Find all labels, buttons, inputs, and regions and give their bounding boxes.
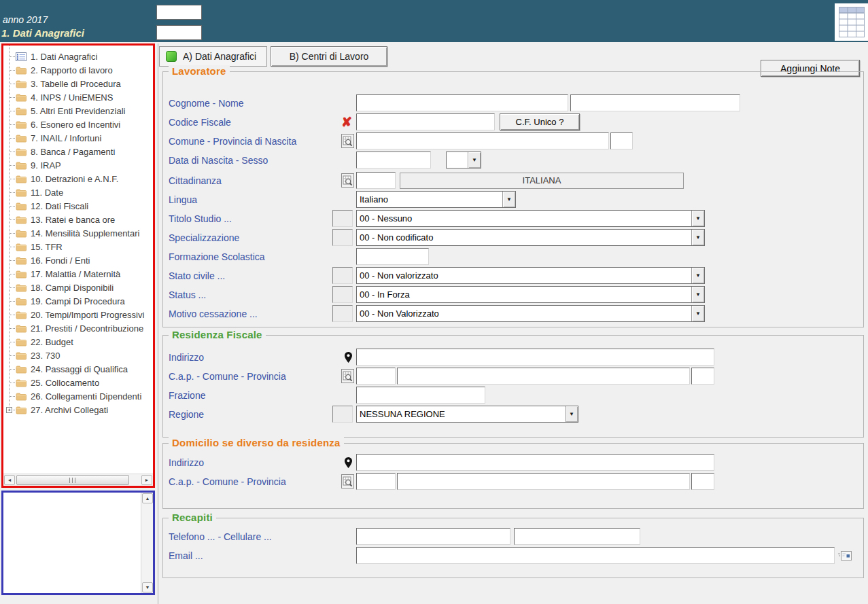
- chevron-down-icon[interactable]: ▼: [691, 268, 704, 283]
- grid-table-icon[interactable]: [835, 3, 868, 41]
- chevron-down-icon[interactable]: ▼: [565, 406, 578, 422]
- folder-icon: [16, 65, 27, 75]
- sidebar-item-19[interactable]: 19. Campi Di Procedura: [3, 294, 153, 308]
- cellulare-input[interactable]: [514, 528, 640, 545]
- sidebar-item-23[interactable]: 23. 730: [3, 349, 153, 362]
- sidebar-item-7[interactable]: 7. INAIL / Infortuni: [3, 131, 153, 145]
- sidebar-item-4[interactable]: 4. INPS / UniEMENS: [3, 90, 153, 104]
- data-nascita-input[interactable]: [356, 152, 431, 168]
- scroll-right-icon[interactable]: ►: [141, 475, 152, 485]
- sidebar-item-3[interactable]: 3. Tabelle di Procedura: [3, 77, 153, 90]
- stato-civile-select[interactable]: 00 - Non valorizzato ▼: [356, 267, 705, 284]
- lookup-search-icon[interactable]: [341, 474, 354, 488]
- code-box: [332, 305, 353, 322]
- motivo-cessazione-value: 00 - Non Valorizzato: [357, 306, 691, 321]
- status-select[interactable]: 00 - In Forza ▼: [356, 286, 705, 303]
- lingua-select[interactable]: Italiano ▼: [356, 191, 516, 208]
- titolo-studio-label: Titolo Studio ...: [169, 213, 332, 224]
- frazione-input[interactable]: [356, 387, 485, 404]
- chevron-down-icon[interactable]: ▼: [468, 152, 481, 168]
- sidebar-item-16[interactable]: 16. Fondi / Enti: [3, 253, 153, 267]
- provincia-nascita-input[interactable]: [610, 132, 633, 149]
- sidebar-item-14[interactable]: 14. Mensilità Supplementari: [3, 226, 153, 240]
- scrollbar-grip: [69, 478, 76, 483]
- sidebar-item-12[interactable]: 12. Dati Fiscali: [3, 199, 153, 213]
- codice-fiscale-input[interactable]: [356, 113, 495, 130]
- notes-panel[interactable]: ▲ ▼: [1, 491, 155, 595]
- lingua-value: Italiano: [357, 192, 502, 207]
- sidebar-item-25[interactable]: 25. Collocamento: [3, 376, 153, 389]
- motivo-cessazione-select[interactable]: 00 - Non Valorizzato ▼: [356, 305, 705, 322]
- sidebar-item-24[interactable]: 24. Passaggi di Qualifica: [3, 362, 153, 376]
- domicilio-provincia-input[interactable]: [691, 473, 714, 490]
- cf-unico-button[interactable]: C.F. Unico ?: [500, 113, 580, 130]
- regione-select[interactable]: NESSUNA REGIONE ▼: [356, 406, 578, 423]
- sidebar-item-2[interactable]: 2. Rapporto di lavoro: [3, 63, 153, 77]
- main-panel: A) Dati Anagrafici B) Centri di Lavoro A…: [158, 43, 868, 604]
- domicilio-indirizzo-input[interactable]: [356, 454, 714, 471]
- sidebar-item-13[interactable]: 13. Ratei e banca ore: [3, 213, 153, 226]
- residenza-indirizzo-input[interactable]: [356, 349, 714, 366]
- specializzazione-select[interactable]: 00 - Non codificato ▼: [356, 229, 705, 246]
- nome-input[interactable]: [570, 94, 740, 111]
- tab-dati-anagrafici[interactable]: A) Dati Anagrafici: [159, 46, 267, 67]
- data-nascita-label: Data di Nascita - Sesso: [169, 155, 332, 166]
- tab-centri-di-lavoro[interactable]: B) Centri di Lavoro: [271, 46, 387, 67]
- domicilio-cap-input[interactable]: [356, 473, 396, 490]
- cognome-nome-label: Cognome - Nome: [169, 98, 332, 109]
- scroll-left-icon[interactable]: ◄: [4, 475, 15, 485]
- chevron-down-icon[interactable]: ▼: [691, 287, 704, 302]
- chevron-down-icon[interactable]: ▼: [502, 192, 515, 207]
- chevron-down-icon[interactable]: ▼: [691, 306, 704, 321]
- sidebar-item-18[interactable]: 18. Campi Disponibili: [3, 281, 153, 294]
- sidebar-item-17[interactable]: 17. Malattia / Maternità: [3, 267, 153, 281]
- residenza-provincia-input[interactable]: [691, 368, 714, 385]
- chevron-down-icon[interactable]: ▼: [691, 211, 704, 226]
- section-recapiti: Recapiti Telefono ... - Cellulare ... Em…: [162, 518, 864, 578]
- location-pin-icon: [345, 457, 352, 468]
- folder-icon: [16, 283, 27, 292]
- sidebar-item-10[interactable]: 10. Detrazioni e A.N.F.: [3, 172, 153, 185]
- sidebar-item-8[interactable]: 8. Banca / Pagamenti: [3, 145, 153, 158]
- notes-vertical-scrollbar[interactable]: ▲ ▼: [141, 493, 153, 593]
- cognome-input[interactable]: [356, 94, 568, 111]
- lookup-search-icon[interactable]: [341, 369, 354, 383]
- sidebar-item-1[interactable]: 1. Dati Anagrafici: [3, 50, 153, 63]
- sidebar-item-9[interactable]: 9. IRAP: [3, 158, 153, 172]
- tree-scrollbar-thumb[interactable]: [16, 475, 129, 485]
- header-field-top[interactable]: [156, 5, 202, 20]
- field-formazione-scolastica: Formazione Scolastica: [169, 247, 863, 266]
- cap-comune-label: C.a.p. - Comune - Provincia: [169, 476, 332, 487]
- telefono-input[interactable]: [356, 528, 510, 545]
- tree-horizontal-scrollbar[interactable]: ◄ ►: [3, 474, 153, 486]
- folder-icon: [16, 106, 27, 116]
- titolo-studio-select[interactable]: 00 - Nessuno ▼: [356, 210, 705, 227]
- comune-nascita-input[interactable]: [356, 132, 609, 149]
- lookup-search-icon[interactable]: [341, 173, 354, 188]
- scroll-up-icon[interactable]: ▲: [142, 493, 153, 503]
- cittadinanza-code-input[interactable]: [356, 172, 396, 189]
- email-input[interactable]: [356, 547, 835, 564]
- lookup-search-icon[interactable]: [341, 134, 354, 148]
- sidebar-item-21[interactable]: 21. Prestiti / Decontribuzione: [3, 321, 153, 335]
- sidebar-item-27[interactable]: 27. Archivi Collegati +: [3, 403, 153, 416]
- sidebar-item-6[interactable]: 6. Esonero ed Incentivi: [3, 118, 153, 131]
- field-residenza-cap-comune: C.a.p. - Comune - Provincia: [169, 367, 863, 385]
- sidebar-item-26[interactable]: 26. Collegamenti Dipendenti: [3, 389, 153, 403]
- scroll-down-icon[interactable]: ▼: [142, 582, 153, 592]
- field-telefono-cellulare: Telefono ... - Cellulare ...: [169, 527, 863, 546]
- sidebar-item-15[interactable]: 15. TFR: [3, 240, 153, 253]
- header-field-bottom[interactable]: [156, 25, 202, 40]
- formazione-input[interactable]: [356, 248, 429, 265]
- sidebar-item-22[interactable]: 22. Budget: [3, 335, 153, 349]
- domicilio-comune-input[interactable]: [397, 473, 690, 490]
- sidebar-item-20[interactable]: 20. Tempi/Importi Progressivi: [3, 308, 153, 321]
- sesso-select[interactable]: ▼: [446, 152, 481, 168]
- residenza-comune-input[interactable]: [397, 368, 690, 385]
- sidebar-item-11[interactable]: 11. Date: [3, 185, 153, 199]
- expand-plus-icon[interactable]: +: [6, 407, 12, 413]
- chevron-down-icon[interactable]: ▼: [691, 230, 704, 245]
- sidebar-item-5[interactable]: 5. Altri Enti Previdenziali: [3, 104, 153, 118]
- residenza-cap-input[interactable]: [356, 368, 396, 385]
- email-send-icon[interactable]: [838, 551, 852, 561]
